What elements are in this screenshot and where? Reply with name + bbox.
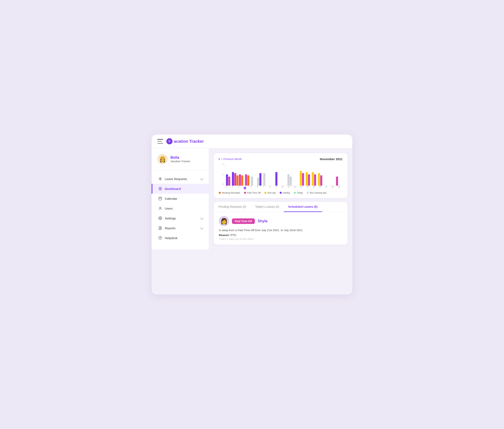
bottom-card: Pending Requests (0) Today's Leaves (0) … xyxy=(214,202,348,245)
report-icon xyxy=(158,226,162,230)
nav-label-reports: Reports xyxy=(165,226,176,230)
top-bar: V acation Tracker xyxy=(152,134,352,148)
tab-today[interactable]: Today's Leaves (0) xyxy=(251,202,284,212)
help-icon xyxy=(158,236,162,240)
leave-header: 👩 Paid Time Off Shyla xyxy=(219,216,343,226)
legend-item: Today xyxy=(294,192,303,194)
chevron-left-icon xyxy=(219,158,221,160)
nav-label-helpdesk: Helpdesk xyxy=(165,236,178,240)
legend-color xyxy=(244,192,246,194)
sidebar-item-reports[interactable]: Reports xyxy=(152,223,209,233)
legend-color xyxy=(264,192,266,194)
sidebar-item-helpdesk[interactable]: Helpdesk xyxy=(152,233,209,243)
logo-icon: V xyxy=(166,138,173,144)
leave-user-name: Shyla xyxy=(258,219,268,223)
leave-badge: Paid Time Off xyxy=(232,218,255,224)
tab-pending[interactable]: Pending Requests (0) xyxy=(214,202,251,212)
nav-label-dashboard: Dashboard xyxy=(165,187,181,190)
sidebar: 👸 Bella Vacation Tracker Leave Requests xyxy=(152,148,209,250)
main-content: < Previous Month November 2021 012123456… xyxy=(209,148,352,250)
nav-label-leave-requests: Leave Requests xyxy=(165,177,187,181)
month-title: November 2021 xyxy=(320,157,343,161)
tabs-row: Pending Requests (0) Today's Leaves (0) … xyxy=(214,202,348,212)
svg-point-2 xyxy=(160,188,161,189)
leave-description: Is away from a Paid Time Off from July 2… xyxy=(219,228,343,232)
gear-icon xyxy=(158,216,162,220)
logo-text: acation Tracker xyxy=(174,139,204,144)
user-subtitle: Vacation Tracker xyxy=(170,160,190,163)
legend-color xyxy=(294,192,296,194)
legend-item: Working Remotely xyxy=(219,192,240,194)
leave-avatar: 👩 xyxy=(219,216,229,226)
sidebar-item-leave-requests[interactable]: Leave Requests xyxy=(152,174,209,184)
user-info: Bella Vacation Tracker xyxy=(170,155,190,163)
calendar-icon xyxy=(158,197,162,201)
prev-month-button[interactable]: < Previous Month xyxy=(219,158,242,161)
leave-reason: Reason: PTO xyxy=(219,233,343,237)
menu-toggle-button[interactable] xyxy=(157,139,163,143)
chevron-down-icon xyxy=(200,177,204,180)
bolt-icon xyxy=(158,177,162,181)
chart-card: < Previous Month November 2021 012123456… xyxy=(214,153,348,198)
dashboard-icon xyxy=(158,187,162,191)
chevron-down-icon xyxy=(200,216,204,220)
tab-scheduled[interactable]: Scheduled Leaves (6) xyxy=(284,202,322,212)
sidebar-item-users[interactable]: Users xyxy=(152,203,209,213)
user-name: Bella xyxy=(170,155,190,160)
legend-item: Non working day xyxy=(307,192,327,194)
legend-item: Sick day xyxy=(264,192,276,194)
sidebar-item-settings[interactable]: Settings xyxy=(152,213,209,223)
sidebar-item-calendar[interactable]: Calendar xyxy=(152,194,209,203)
svg-marker-0 xyxy=(159,177,162,180)
svg-point-7 xyxy=(160,207,161,208)
nav-label-users: Users xyxy=(165,207,173,210)
sidebar-item-dashboard[interactable]: Dashboard xyxy=(152,184,209,194)
main-layout: 👸 Bella Vacation Tracker Leave Requests xyxy=(152,148,352,250)
user-icon xyxy=(158,206,162,210)
user-profile: 👸 Bella Vacation Tracker xyxy=(152,154,209,170)
chart-nav: < Previous Month November 2021 xyxy=(219,157,343,161)
legend-item: Paid Time Off xyxy=(244,192,261,194)
logo-area: V acation Tracker xyxy=(166,138,204,144)
legend-item: Holiday xyxy=(280,192,290,194)
chevron-down-icon xyxy=(200,226,204,230)
leave-note: That's 2 days out of the office. xyxy=(219,237,343,241)
legend-color xyxy=(280,192,282,194)
nav-menu: Leave Requests Dashbo xyxy=(152,174,209,244)
legend-color xyxy=(307,192,309,194)
nav-label-calendar: Calendar xyxy=(165,197,177,200)
svg-point-8 xyxy=(160,218,161,219)
leave-entry: 👩 Paid Time Off Shyla Is away from a Pai… xyxy=(214,212,348,245)
legend-color xyxy=(219,192,221,194)
avatar: 👸 xyxy=(157,154,168,164)
svg-rect-3 xyxy=(159,197,162,200)
nav-label-settings: Settings xyxy=(165,216,176,220)
app-container: V acation Tracker 👸 Bella Vacation Track… xyxy=(152,134,352,295)
bar-chart: 01212345678910111213141516171819 xyxy=(219,163,343,189)
chart-legend: Working Remotely Paid Time Off Sick day … xyxy=(219,192,343,194)
